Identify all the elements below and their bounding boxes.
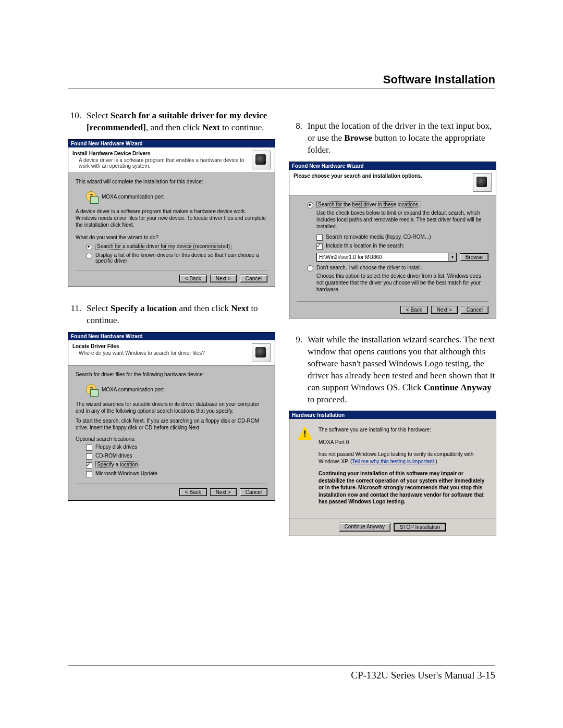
device-name: MOXA communication port [102, 194, 164, 200]
step-11: 11. Select Specify a location and then c… [68, 303, 274, 327]
warning-bold: Continuing your installation of this sof… [319, 470, 487, 505]
location-value: H:\Win2k\ver1.0 for MU860 [319, 254, 382, 260]
why-testing-link[interactable]: Tell me why this testing is important. [352, 459, 435, 464]
radio-icon [86, 244, 92, 250]
checkbox-label: CD-ROM drives [95, 453, 132, 459]
radio-label: Search for the best driver in these loca… [316, 201, 421, 208]
checkbox-icon [86, 462, 92, 468]
chk-floppy[interactable]: Floppy disk drives [76, 443, 267, 452]
checkbox-icon [86, 471, 92, 477]
warning-para: has not passed Windows Logo testing to v… [319, 451, 487, 465]
wizard-para: To start the search, click Next. If you … [76, 417, 267, 434]
step-text: Input the location of the driver in the … [308, 120, 495, 156]
step-number: 11. [68, 303, 81, 327]
browse-button[interactable]: Browse [460, 253, 488, 261]
step-text: Select Search for a suitable driver for … [87, 110, 274, 134]
radio-display-list[interactable]: Display a list of the known drivers for … [76, 251, 267, 265]
option-description: Choose this option to select the device … [297, 273, 488, 296]
radio-dont-search[interactable]: Don't search. I will choose the driver t… [297, 264, 488, 273]
wizard-question: What do you want the wizard to do? [76, 231, 267, 242]
back-button[interactable]: < Back [400, 306, 428, 314]
wizard-icon [473, 173, 492, 192]
dialog-title: Hardware Installation [289, 411, 496, 419]
radio-label: Display a list of the known drivers for … [95, 252, 267, 264]
wizard-subheading: Where do you want Windows to search for … [72, 350, 248, 356]
radio-search-suitable[interactable]: Search for a suitable driver for my devi… [76, 242, 267, 251]
wizard-para: A device driver is a software program th… [76, 208, 267, 231]
checkbox-label: Include this location in the search: [326, 243, 405, 249]
device-icon [86, 384, 97, 396]
back-button[interactable]: < Back [179, 488, 207, 496]
checkbox-icon [316, 235, 323, 241]
location-input[interactable]: H:\Win2k\ver1.0 for MU860 [316, 253, 457, 262]
chk-cdrom[interactable]: CD-ROM drives [76, 452, 267, 461]
step-10: 10. Select Search for a suitable driver … [68, 110, 274, 134]
warning-line: The software you are installing for this… [319, 426, 487, 434]
footer-text: CP-132U Series User's Manual 3-15 [351, 670, 495, 681]
wizard-icon [252, 343, 271, 362]
chk-specify-location[interactable]: Specify a location [76, 461, 267, 470]
chk-include-location[interactable]: Include this location in the search: [297, 242, 488, 251]
option-description: Use the check boxes below to limit or ex… [297, 209, 488, 233]
device-icon [86, 191, 97, 203]
wizard-subheading: A device driver is a software program th… [72, 157, 248, 169]
step-number: 8. [289, 120, 302, 156]
step-8: 8. Input the location of the driver in t… [289, 120, 495, 156]
next-button[interactable]: Next > [431, 306, 458, 314]
wizard-para: The wizard searches for suitable drivers… [76, 401, 267, 417]
page-footer: CP-132U Series User's Manual 3-15 [68, 665, 495, 681]
back-button[interactable]: < Back [179, 275, 207, 282]
step-number: 10. [68, 110, 81, 134]
checkbox-icon [86, 453, 92, 460]
stop-installation-button[interactable]: STOP Installation [394, 523, 446, 532]
wizard-intro: Search for driver files for the followin… [76, 371, 267, 381]
wizard-heading: Please choose your search and installati… [293, 173, 469, 179]
step-9: 9. Wait while the installation wizard se… [289, 334, 495, 406]
next-button[interactable]: Next > [210, 488, 237, 496]
options-header: Optional search locations: [76, 434, 267, 443]
chk-removable-media[interactable]: Search removable media (floppy, CD-ROM..… [297, 233, 488, 242]
step-number: 9. [289, 334, 302, 406]
wizard-intro: This wizard will complete the installati… [76, 178, 267, 188]
radio-icon [86, 253, 92, 259]
checkbox-label: Floppy disk drives [95, 444, 137, 450]
wizard-search-options: Found New Hardware Wizard Please choose … [289, 162, 496, 318]
radio-icon [307, 202, 313, 208]
wizard-icon [252, 151, 271, 169]
wizard-install-drivers: Found New Hardware Wizard Install Hardwa… [68, 139, 275, 287]
wizard-heading: Locate Driver Files [72, 343, 248, 349]
cancel-button[interactable]: Cancel [461, 306, 488, 314]
cancel-button[interactable]: Cancel [240, 488, 267, 496]
checkbox-icon [86, 445, 92, 451]
checkbox-icon [316, 243, 323, 250]
checkbox-label: Specify a location [95, 461, 139, 468]
checkbox-label: Microsoft Windows Update [95, 471, 157, 476]
cancel-button[interactable]: Cancel [240, 275, 267, 282]
step-text: Select Specify a location and then click… [87, 303, 274, 327]
chapter-title: Software Installation [68, 73, 495, 87]
wizard-locate-files: Found New Hardware Wizard Locate Driver … [68, 332, 275, 501]
dialog-title: Found New Hardware Wizard [68, 140, 275, 147]
dialog-title: Found New Hardware Wizard [68, 332, 275, 340]
dropdown-icon[interactable] [448, 253, 456, 261]
warning-icon [298, 426, 312, 441]
radio-label: Don't search. I will choose the driver t… [316, 265, 422, 270]
device-name: MOXA communication port [102, 387, 164, 392]
chapter-heading: Software Installation [68, 73, 495, 89]
hardware-installation-warning: Hardware Installation The software you a… [289, 411, 496, 536]
radio-icon [307, 265, 313, 272]
chk-windows-update[interactable]: Microsoft Windows Update [76, 470, 267, 478]
checkbox-label: Search removable media (floppy, CD-ROM..… [326, 234, 431, 240]
radio-search-best[interactable]: Search for the best driver in these loca… [297, 201, 488, 209]
warning-device: MOXA Port 0 [319, 439, 487, 446]
radio-label: Search for a suitable driver for my devi… [95, 243, 231, 250]
dialog-title: Found New Hardware Wizard [289, 162, 496, 170]
wizard-heading: Install Hardware Device Drivers [72, 151, 248, 156]
continue-anyway-button[interactable]: Continue Anyway [339, 523, 390, 532]
next-button[interactable]: Next > [210, 275, 237, 282]
step-text: Wait while the installation wizard searc… [308, 334, 495, 406]
